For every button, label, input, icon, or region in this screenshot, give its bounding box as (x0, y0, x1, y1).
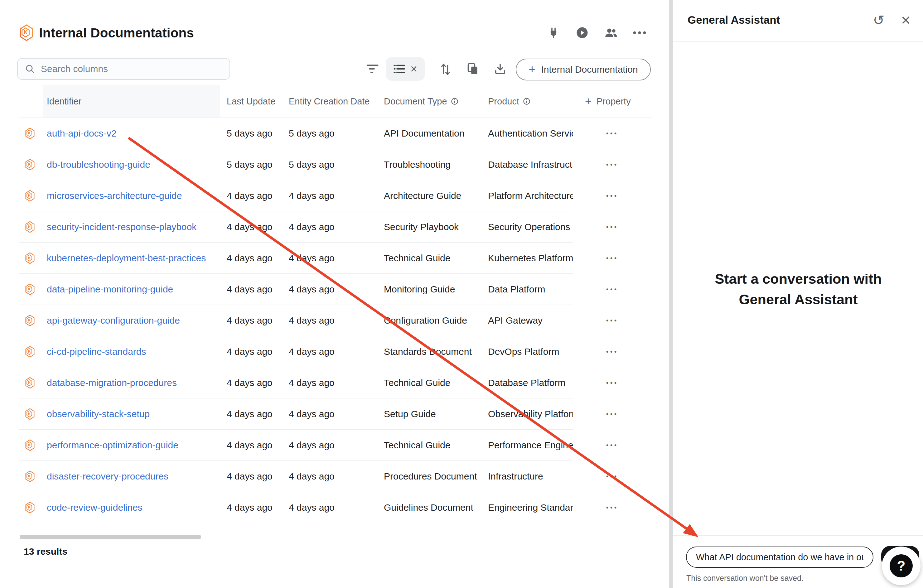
document-type-cell: Architecture Guide (384, 180, 461, 211)
header-actions (546, 26, 647, 40)
document-type-cell: API Documentation (384, 118, 464, 149)
document-type-cell: Standards Document (384, 336, 472, 367)
identifier-link[interactable]: kubernetes-deployment-best-practices (47, 243, 206, 274)
row-actions-button[interactable]: ••• (606, 130, 618, 137)
table-row: K data-pipeline-monitoring-guide 4 days … (19, 274, 652, 305)
svg-text:K: K (28, 287, 31, 291)
document-type-cell: Technical Guide (384, 367, 450, 398)
add-internal-documentation-button[interactable]: + Internal Documentation (516, 59, 651, 80)
identifier-link[interactable]: ci-cd-pipeline-standards (47, 336, 146, 367)
product-cell: Security Operations (488, 211, 573, 243)
col-product[interactable]: Product (488, 85, 530, 118)
svg-text:K: K (28, 505, 31, 509)
product-cell: Platform Architecture (488, 180, 573, 211)
last-update-cell: 4 days ago (227, 336, 273, 367)
add-property-button[interactable]: + Property (585, 85, 631, 118)
more-options-icon[interactable] (632, 26, 647, 40)
entity-creation-date-cell: 5 days ago (289, 149, 335, 180)
entity-blueprint-icon: K (25, 367, 35, 398)
identifier-link[interactable]: code-review-guidelines (47, 492, 143, 523)
reset-conversation-icon[interactable]: ↺ (870, 11, 887, 29)
entity-blueprint-icon: K (25, 118, 35, 149)
last-update-cell: 4 days ago (227, 461, 273, 492)
row-actions-button[interactable]: ••• (606, 379, 618, 387)
vertical-scrollbar[interactable] (669, 0, 673, 588)
product-cell: Data Platform (488, 274, 573, 305)
table-row: K kubernetes-deployment-best-practices 4… (19, 243, 652, 274)
play-circle-icon[interactable] (575, 26, 590, 40)
document-type-cell: Setup Guide (384, 398, 436, 430)
product-cell: DevOps Platform (488, 336, 573, 367)
row-actions-button[interactable]: ••• (606, 504, 618, 511)
identifier-link[interactable]: security-incident-response-playbook (47, 211, 197, 243)
identifier-link[interactable]: db-troubleshooting-guide (47, 149, 150, 180)
info-icon (523, 98, 530, 105)
close-panel-icon[interactable]: × (897, 11, 915, 29)
col-identifier[interactable]: Identifier (47, 85, 81, 118)
row-actions-button[interactable]: ••• (606, 473, 618, 480)
last-update-cell: 4 days ago (227, 211, 273, 243)
col-last-update[interactable]: Last Update (227, 85, 275, 118)
table-row: K microservices-architecture-guide 4 day… (19, 180, 652, 211)
clear-group-icon[interactable]: × (411, 63, 417, 75)
row-actions-button[interactable]: ••• (606, 286, 618, 293)
product-cell: Authentication Servic (488, 118, 573, 149)
row-actions-cell: ••• (573, 243, 652, 274)
download-icon[interactable] (493, 62, 507, 76)
users-icon[interactable] (604, 26, 618, 40)
table-row: K performance-optimization-guide 4 days … (19, 430, 652, 461)
filter-icon[interactable] (365, 62, 380, 76)
row-actions-button[interactable]: ••• (606, 348, 618, 355)
entity-creation-date-cell: 4 days ago (289, 430, 335, 461)
entity-creation-date-cell: 4 days ago (289, 398, 335, 430)
identifier-link[interactable]: data-pipeline-monitoring-guide (47, 274, 173, 305)
identifier-link[interactable]: microservices-architecture-guide (47, 180, 182, 211)
row-actions-cell: ••• (573, 367, 652, 398)
row-actions-button[interactable]: ••• (606, 223, 618, 231)
table-header: Identifier Last Update Entity Creation D… (19, 85, 652, 118)
document-type-cell: Technical Guide (384, 243, 450, 274)
identifier-link[interactable]: disaster-recovery-procedures (47, 461, 168, 492)
identifier-link[interactable]: database-migration-procedures (47, 367, 177, 398)
entity-blueprint-icon: K (25, 430, 35, 461)
row-actions-button[interactable]: ••• (606, 317, 618, 324)
document-type-cell: Technical Guide (384, 430, 450, 461)
search-input[interactable] (41, 64, 223, 74)
assistant-message-input[interactable] (686, 547, 874, 568)
plug-icon[interactable] (546, 26, 561, 40)
group-by-toggle[interactable]: × (386, 57, 425, 81)
copy-icon[interactable] (466, 62, 480, 76)
row-actions-button[interactable]: ••• (606, 255, 618, 262)
product-cell: Infrastructure (488, 461, 573, 492)
identifier-link[interactable]: observability-stack-setup (47, 398, 149, 430)
entity-blueprint-icon: K (25, 461, 35, 492)
table-row: K observability-stack-setup 4 days ago 4… (19, 398, 652, 430)
entity-creation-date-cell: 5 days ago (289, 118, 335, 149)
last-update-cell: 4 days ago (227, 492, 273, 523)
row-actions-cell: ••• (573, 461, 652, 492)
document-type-cell: Procedures Document (384, 461, 477, 492)
col-document-type[interactable]: Document Type (384, 85, 458, 118)
svg-text:K: K (28, 381, 31, 384)
row-actions-button[interactable]: ••• (606, 442, 618, 449)
table-row: K disaster-recovery-procedures 4 days ag… (19, 461, 652, 492)
col-entity-creation-date[interactable]: Entity Creation Date (289, 85, 370, 118)
row-actions-button[interactable]: ••• (606, 411, 618, 418)
table-row: K auth-api-docs-v2 5 days ago 5 days ago… (19, 118, 652, 149)
identifier-link[interactable]: api-gateway-configuration-guide (47, 305, 180, 336)
last-update-cell: 4 days ago (227, 274, 273, 305)
document-type-cell: Troubleshooting (384, 149, 451, 180)
row-actions-button[interactable]: ••• (606, 161, 618, 168)
entity-blueprint-icon: K (25, 243, 35, 274)
identifier-link[interactable]: auth-api-docs-v2 (47, 118, 116, 149)
entity-blueprint-icon: K (25, 398, 35, 430)
row-actions-button[interactable]: ••• (606, 192, 618, 200)
svg-text:K: K (28, 256, 31, 260)
horizontal-scrollbar[interactable] (20, 535, 201, 539)
table-row: K api-gateway-configuration-guide 4 days… (19, 305, 652, 336)
row-actions-cell: ••• (573, 305, 652, 336)
help-widget-button[interactable]: ? (882, 547, 920, 585)
sort-icon[interactable] (439, 62, 453, 76)
table-row: K security-incident-response-playbook 4 … (19, 211, 652, 243)
identifier-link[interactable]: performance-optimization-guide (47, 430, 178, 461)
